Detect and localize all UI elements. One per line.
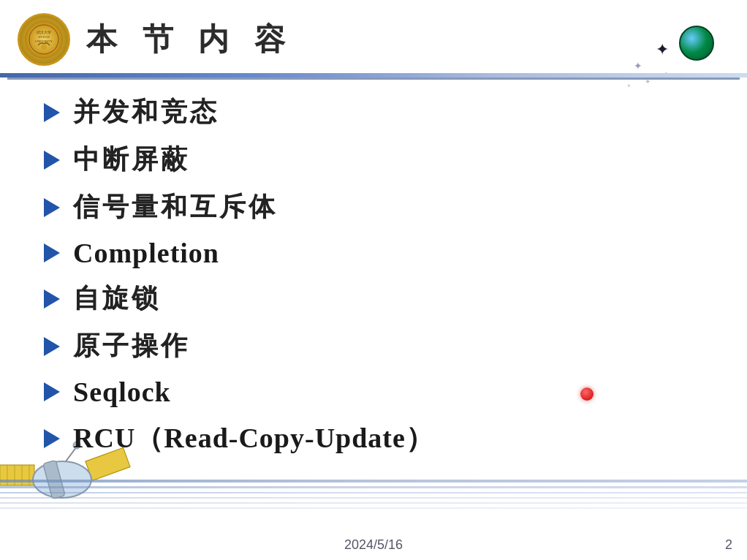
logo-emblem: 武汉大学 WUHAN UNIVERSITY [28, 23, 60, 56]
footer-page-number: 2 [725, 537, 732, 553]
item-text-2: 中断屏蔽 [73, 142, 190, 178]
slide: 武汉大学 WUHAN UNIVERSITY 本 节 内 容 ✦ ✦ ✦ ✦ ✦ [0, 0, 747, 560]
header: 武汉大学 WUHAN UNIVERSITY 本 节 内 容 [0, 0, 747, 73]
content-area: 并发和竞态 中断屏蔽 信号量和互斥体 Completion 自旋锁 原子操作 [0, 80, 747, 483]
slide-title: 本 节 内 容 [86, 19, 294, 60]
item-text-1: 并发和竞态 [73, 94, 219, 130]
arrow-icon-7 [44, 382, 60, 401]
list-item: 信号量和互斥体 [44, 189, 703, 225]
list-item: 中断屏蔽 [44, 142, 703, 178]
item-text-3: 信号量和互斥体 [73, 189, 278, 225]
svg-point-4 [41, 44, 47, 50]
item-text-6: 原子操作 [73, 328, 190, 364]
list-item: Seqlock [44, 376, 703, 408]
item-text-5: 自旋锁 [73, 281, 161, 317]
arrow-icon-4 [44, 243, 60, 262]
svg-text:WUHAN: WUHAN [38, 35, 49, 39]
svg-text:UNIVERSITY: UNIVERSITY [35, 39, 53, 43]
university-logo: 武汉大学 WUHAN UNIVERSITY [18, 13, 70, 66]
list-item: Completion [44, 237, 703, 269]
arrow-icon-8 [44, 429, 60, 448]
item-text-7: Seqlock [73, 376, 171, 408]
arrow-icon-2 [44, 151, 60, 170]
item-text-4: Completion [73, 237, 219, 269]
list-item: RCU（Read-Copy-Update） [44, 420, 703, 457]
list-item: 原子操作 [44, 328, 703, 364]
footer-date: 2024/5/16 [344, 537, 403, 553]
bottom-decoration-lines [0, 480, 747, 531]
arrow-icon-3 [44, 198, 60, 217]
svg-text:武汉大学: 武汉大学 [37, 30, 51, 34]
arrow-icon-1 [44, 103, 60, 122]
item-text-8: RCU（Read-Copy-Update） [73, 420, 434, 457]
list-item: 并发和竞态 [44, 94, 703, 130]
arrow-icon-5 [44, 290, 60, 309]
list-item: 自旋锁 [44, 281, 703, 317]
arrow-icon-6 [44, 337, 60, 356]
